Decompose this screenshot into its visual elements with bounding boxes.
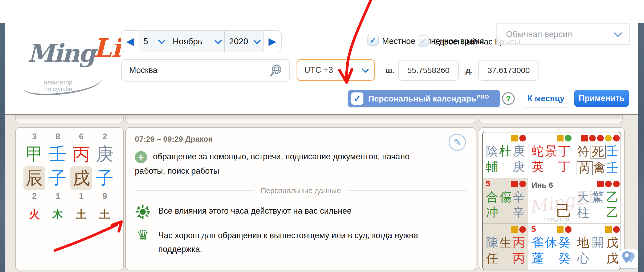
badge-sq-r [597,181,604,187]
bazi-number-top: 8 [46,131,70,142]
crown-icon: ♛ [135,229,151,242]
qimen-char: 庚 [512,145,525,157]
month-select[interactable]: Ноябрь [168,31,225,52]
sun-icon [135,204,151,220]
badge-sq-r [581,135,588,141]
cell-char-row: 輔庚 [485,160,525,173]
qimen-cell-mid-left: 5合傷辛冲辛 [483,178,528,224]
location-field [121,59,290,82]
badge-sq-y [511,135,518,141]
hour-panel: 07:29 – 09:29 Дракон ✎ +обращение за пом… [125,127,476,270]
cell-badges [581,135,620,141]
qimen-char: 輔 [485,160,499,173]
logo-ming: Ming [27,39,95,68]
qimen-char: 蓬 [531,252,544,265]
chevron-down-icon [158,37,165,44]
help-button[interactable]: ? [500,90,517,107]
personal-calendar-checkbox[interactable]: ✓ [351,92,363,105]
bazi-branch: 戌 [70,166,93,191]
cell-char-row: 天驚乙 [577,190,619,203]
bazi-branch: 辰 [23,166,46,191]
version-select[interactable]: Обычная версия [496,23,630,45]
bazi-panel: 3862甲壬丙庚辰子戌子2119火木土土 [15,127,124,270]
cell-char-row: 蛇景丁 [531,145,571,157]
badge-sq-y [557,135,564,141]
badge-sq-y [511,226,518,233]
badge-ci-r [597,135,604,141]
qimen-char: 乙 [606,206,619,219]
bazi-stem: 丙 [70,142,93,166]
badge-ci-g [565,135,572,141]
badge-ci-y [605,135,612,141]
badge-ci-r [519,226,526,233]
hour-activities: +обращение за помощью, встречи, подписан… [135,149,439,178]
qimen-char: 丁 [558,145,571,157]
location-input[interactable] [122,65,263,75]
globe-search-icon [269,63,283,77]
rat-hour-checkbox[interactable]: ✓ [418,35,429,47]
qimen-grid: 陰杜庚輔庚蛇景丁英丁符死壬芮禽壬5合傷辛冲辛Инь 6MingLimingli.… [482,132,621,270]
year-select[interactable]: 2020 [225,31,264,52]
edit-button[interactable]: ✎ [449,134,466,151]
check-icon: ✓ [420,36,427,46]
personal-calendar-toggle[interactable]: ✓ Персональный календарьPRO [348,90,500,107]
bazi-element: 木 [46,206,70,222]
solar-time-checkbox[interactable]: ✓ [367,35,379,46]
qimen-cell-center: Инь 6MingLimingli.ru己 [528,178,574,224]
qimen-char: 壬 [606,161,619,175]
cell-char-row: 芮禽壬 [577,161,619,175]
qimen-char: 生 [499,236,512,249]
day-select[interactable]: 5 [139,31,168,52]
longitude-field [478,60,539,81]
cell-badges [511,135,526,141]
cell-badges [511,181,526,187]
bazi-number-top: 3 [23,131,46,142]
bazi-branch-char: 辰 [23,166,45,190]
bazi-row: 2119 [16,191,123,202]
date-picker: ◀ 5 Ноябрь 2020 ▶ [121,30,282,52]
crown-glyph: ♛ [136,229,149,242]
pro-badge: PRO [477,94,489,100]
bazi-stem: 庚 [93,142,116,166]
background-strip-right [638,23,644,272]
badge-ci-r [613,181,620,187]
qimen-char: 戊 [606,252,619,265]
qimen-char: 傷 [499,190,512,203]
qimen-cell-top-mid: 蛇景丁英丁 [528,132,574,178]
personal-calendar-group: ✓ Персональный календарьPRO ? [348,90,517,107]
bazi-branch-char: 戌 [70,166,92,190]
qimen-char: 乙 [606,190,619,203]
apply-button[interactable]: Применить [574,90,629,107]
bazi-element: 土 [93,206,116,222]
bazi-stem: 甲 [23,142,46,166]
qimen-char: 雀 [531,236,544,249]
to-month-button[interactable]: К месяцу [522,90,570,107]
next-day-button[interactable]: ▶ [264,31,281,52]
bazi-number-bottom: 1 [46,191,70,202]
longitude-input[interactable] [479,60,538,80]
longitude-label: д. [465,66,473,75]
latitude-label: ш. [386,66,394,75]
page: Ming Li навигатор по судьбе ◀ 5 Ноябрь 2… [0,0,644,272]
prev-day-icon: ◀ [126,35,134,47]
mingli-logo[interactable]: Ming Li навигатор по судьбе [25,31,117,89]
qimen-char: 柱 [577,206,590,219]
qimen-char: 英 [531,160,544,173]
location-search-button[interactable] [263,60,289,81]
qimen-char: 禽 [593,161,606,175]
prev-day-button[interactable]: ◀ [121,31,139,52]
latitude-input[interactable] [399,60,458,80]
utc-select[interactable]: UTC +3 [297,59,375,81]
map-pins-button[interactable] [619,249,639,269]
badge-ci-r [613,135,620,141]
cell-char-row: 合傷辛 [485,190,525,203]
qimen-char: 死 [590,145,606,159]
logo-tagline: навигатор по судьбе [44,79,72,93]
check-icon: ✓ [370,36,376,45]
personal-row: ♛Час хорош для обращения к вышестоящему … [135,229,467,256]
cell-char-row: 符死壬 [577,145,619,159]
qimen-char: 蛇 [531,145,544,157]
badge-sq-y [557,226,564,233]
chevron-down-icon [362,66,369,73]
edit-pencil-icon: ✎ [453,137,461,148]
